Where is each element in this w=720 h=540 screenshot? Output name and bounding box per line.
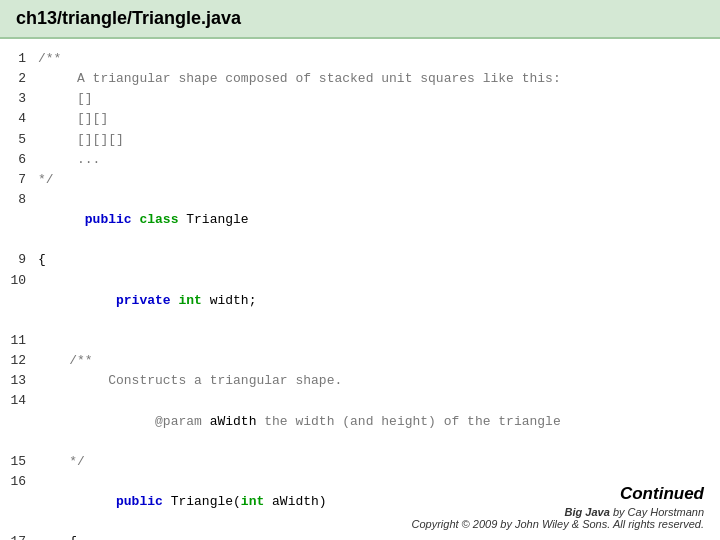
author-text: by Cay Horstmann: [613, 506, 704, 518]
line-number: 15: [0, 452, 38, 472]
code-line: 1 /**: [0, 49, 720, 69]
line-number: 9: [0, 250, 38, 270]
line-content: A triangular shape composed of stacked u…: [38, 69, 561, 89]
line-number: 6: [0, 150, 38, 170]
code-line: 4 [][]: [0, 109, 720, 129]
book-title: Big Java: [565, 506, 610, 518]
line-content: /**: [38, 49, 61, 69]
line-content: */: [38, 452, 85, 472]
line-content: [][]: [38, 109, 108, 129]
code-line: 8 public class Triangle: [0, 190, 720, 250]
line-number: 4: [0, 109, 38, 129]
line-content: {: [38, 250, 46, 270]
line-number: 3: [0, 89, 38, 109]
line-content: [38, 331, 46, 351]
line-number: 13: [0, 371, 38, 391]
code-line: 9 {: [0, 250, 720, 270]
line-number: 12: [0, 351, 38, 371]
line-number: 11: [0, 331, 38, 351]
footer: Continued Big Java by Cay Horstmann Copy…: [411, 484, 704, 530]
line-number: 10: [0, 271, 38, 291]
line-number: 5: [0, 130, 38, 150]
code-line: 15 */: [0, 452, 720, 472]
code-line: 11: [0, 331, 720, 351]
line-content: public Triangle(int aWidth): [38, 472, 327, 532]
code-line: 2 A triangular shape composed of stacked…: [0, 69, 720, 89]
code-line: 13 Constructs a triangular shape.: [0, 371, 720, 391]
code-line: 10 private int width;: [0, 271, 720, 331]
line-content: */: [38, 170, 54, 190]
code-area: 1 /** 2 A triangular shape composed of s…: [0, 39, 720, 540]
line-content: ...: [38, 150, 100, 170]
code-line: 12 /**: [0, 351, 720, 371]
code-line: 6 ...: [0, 150, 720, 170]
line-number: 17: [0, 532, 38, 540]
code-line: 17 {: [0, 532, 720, 540]
line-content: private int width;: [38, 271, 256, 331]
code-line: 3 []: [0, 89, 720, 109]
line-content: {: [38, 532, 77, 540]
line-number: 14: [0, 391, 38, 411]
page-title: ch13/triangle/Triangle.java: [16, 8, 241, 28]
code-line: 14 @param aWidth the width (and height) …: [0, 391, 720, 451]
line-content: public class Triangle: [38, 190, 249, 250]
line-number: 16: [0, 472, 38, 492]
copyright-text: Big Java by Cay Horstmann Copyright © 20…: [411, 506, 704, 530]
line-number: 8: [0, 190, 38, 210]
line-content: []: [38, 89, 93, 109]
continued-label: Continued: [411, 484, 704, 504]
line-number: 7: [0, 170, 38, 190]
line-content: Constructs a triangular shape.: [38, 371, 342, 391]
code-line: 7 */: [0, 170, 720, 190]
title-bar: ch13/triangle/Triangle.java: [0, 0, 720, 39]
line-content: [][][]: [38, 130, 124, 150]
line-content: @param aWidth the width (and height) of …: [38, 391, 561, 451]
line-number: 1: [0, 49, 38, 69]
code-line: 5 [][][]: [0, 130, 720, 150]
line-number: 2: [0, 69, 38, 89]
copyright-notice: Copyright © 2009 by John Wiley & Sons. A…: [411, 518, 704, 530]
line-content: /**: [38, 351, 93, 371]
